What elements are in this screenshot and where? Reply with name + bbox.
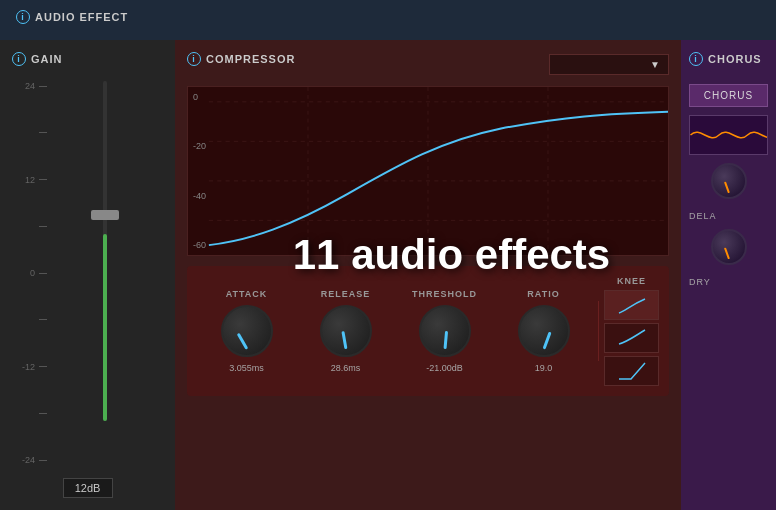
knee-section: KNEE: [604, 276, 659, 386]
knee-label: KNEE: [617, 276, 646, 286]
release-value: 28.6ms: [331, 363, 361, 373]
delay-knob-area: [689, 229, 768, 265]
gain-panel: i GAIN 24 12 0 -12 -24 12dB: [0, 40, 175, 510]
knee-btn-3[interactable]: [604, 356, 659, 386]
chorus-knob-area: [689, 163, 768, 199]
audio-effect-header: i AUDIO EFFECT: [16, 10, 128, 24]
chorus-mode-button[interactable]: CHORUS: [689, 84, 768, 107]
delay-knob-indicator: [723, 247, 729, 259]
threshold-label: THRESHOLD: [412, 289, 477, 299]
gain-panel-title: i GAIN: [12, 52, 63, 66]
fader-thumb[interactable]: [91, 210, 119, 220]
threshold-knob[interactable]: [419, 305, 471, 357]
fader-track-green: [103, 234, 107, 421]
gain-title-label: GAIN: [31, 53, 63, 65]
scale-0: 0: [30, 268, 47, 278]
scale-neg12: -12: [22, 362, 47, 372]
fader-area: 24 12 0 -12 -24: [12, 76, 163, 470]
chorus-wave-svg: [690, 116, 767, 154]
preset-dropdown[interactable]: ▼: [549, 54, 669, 75]
compressor-panel: i COMPRESSOR ▼ 0 -20 -40 -60: [175, 40, 681, 510]
knee-btn-1[interactable]: [604, 290, 659, 320]
attack-knob[interactable]: [221, 305, 273, 357]
controls-separator: [598, 301, 599, 361]
compressor-title-label: COMPRESSOR: [206, 53, 295, 65]
threshold-control: THRESHOLD -21.00dB: [395, 289, 494, 373]
chorus-waveform: [689, 115, 768, 155]
scale-tick1: [39, 132, 47, 133]
compressor-title: i COMPRESSOR: [187, 52, 295, 66]
main-content: i GAIN 24 12 0 -12 -24 12dB: [0, 40, 776, 510]
ratio-knob[interactable]: [518, 305, 570, 357]
chorus-panel-title: i CHORUS: [689, 52, 762, 66]
scale-12: 12: [25, 175, 47, 185]
release-knob-indicator: [341, 331, 347, 349]
scale-24-top: 24: [25, 81, 47, 91]
compressor-header: i COMPRESSOR ▼: [187, 52, 669, 76]
knee-curve-3-icon: [617, 361, 647, 381]
release-control: RELEASE 28.6ms: [296, 289, 395, 373]
attack-control: ATTACK 3.055ms: [197, 289, 296, 373]
attack-value: 3.055ms: [229, 363, 264, 373]
delay-knob[interactable]: [711, 229, 747, 265]
info-icon: i: [16, 10, 30, 24]
scale-tick3: [39, 319, 47, 320]
header-title: AUDIO EFFECT: [35, 11, 128, 23]
threshold-knob-indicator: [443, 331, 448, 349]
knee-curve-1-icon: [617, 295, 647, 315]
compressor-curve-svg: [188, 87, 668, 255]
ratio-value: 19.0: [535, 363, 553, 373]
knee-btn-2[interactable]: [604, 323, 659, 353]
release-label: RELEASE: [321, 289, 371, 299]
attack-knob-indicator: [236, 333, 248, 350]
chorus-info-icon[interactable]: i: [689, 52, 703, 66]
chorus-knob[interactable]: [711, 163, 747, 199]
scale-tick2: [39, 226, 47, 227]
controls-row: ATTACK 3.055ms RELEASE 28.6ms THRESHOLD …: [187, 266, 669, 396]
gain-value-display: 12dB: [63, 478, 113, 498]
delay-section-label: DELA: [689, 211, 768, 221]
ratio-label: RATIO: [527, 289, 559, 299]
release-knob[interactable]: [320, 305, 372, 357]
dropdown-arrow-icon: ▼: [650, 59, 660, 70]
compressor-info-icon[interactable]: i: [187, 52, 201, 66]
fader-track-container: [57, 76, 153, 470]
chorus-knob-indicator: [723, 181, 729, 193]
header: i AUDIO EFFECT: [0, 0, 776, 40]
scale-neg24: -24: [22, 455, 47, 465]
knee-curve-2-icon: [617, 328, 647, 348]
scale-tick4: [39, 413, 47, 414]
fader-track[interactable]: [103, 81, 107, 421]
threshold-value: -21.00dB: [426, 363, 463, 373]
scale-marks: 24 12 0 -12 -24: [22, 76, 47, 470]
chorus-title-label: CHORUS: [708, 53, 762, 65]
chorus-panel: i CHORUS CHORUS DELA DRY: [681, 40, 776, 510]
ratio-knob-indicator: [542, 332, 551, 350]
ratio-control: RATIO 19.0: [494, 289, 593, 373]
knee-buttons: [604, 290, 659, 386]
attack-label: ATTACK: [226, 289, 268, 299]
gain-info-icon[interactable]: i: [12, 52, 26, 66]
dry-section-label: DRY: [689, 277, 768, 287]
compressor-graph: 0 -20 -40 -60: [187, 86, 669, 256]
